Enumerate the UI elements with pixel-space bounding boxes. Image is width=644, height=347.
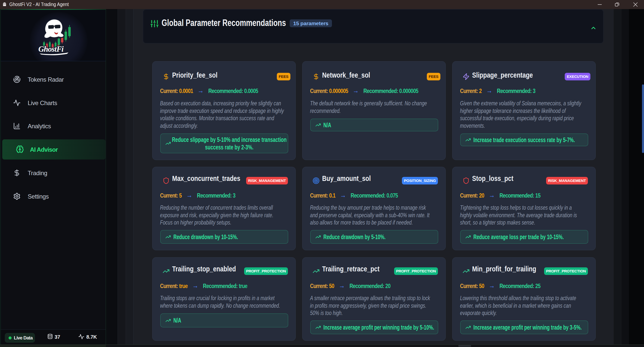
svg-text:GhostFi: GhostFi (38, 45, 64, 53)
